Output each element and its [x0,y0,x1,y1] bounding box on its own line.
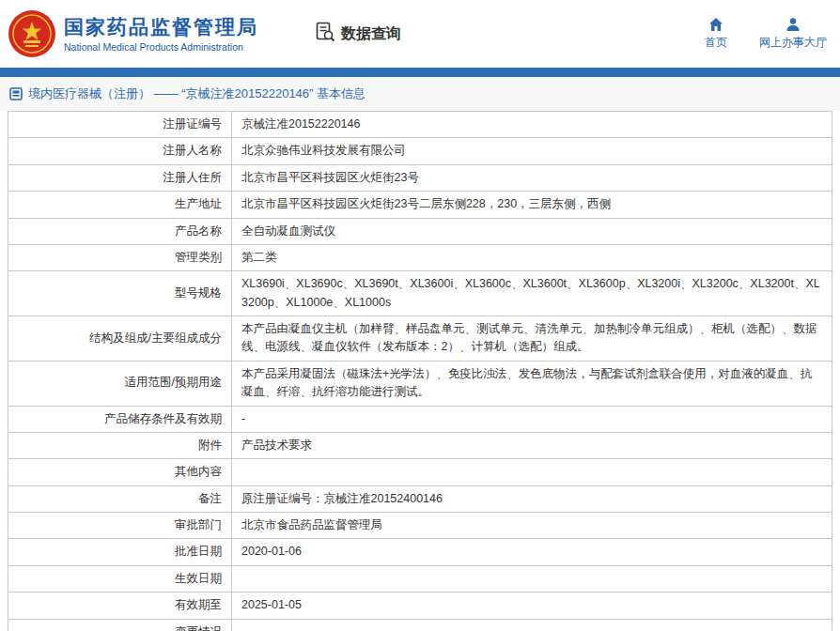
top-nav: 首页 网上办事大厅 [705,17,827,51]
table-row: 注册人住所北京市昌平区科技园区火炬街23号 [8,164,832,191]
row-value: 全自动凝血测试仪 [232,218,832,244]
header-divider-bar [0,68,840,77]
nav-home-label: 首页 [705,35,727,51]
nav-home[interactable]: 首页 [705,17,727,51]
row-value: 京械注准20152220146 [232,112,832,138]
table-row: 产品名称全自动凝血测试仪 [8,218,832,244]
row-label: 有效期至 [8,593,232,619]
row-label: 批准日期 [8,539,232,565]
row-label: 型号规格 [8,271,232,316]
row-label: 管理类别 [8,244,232,270]
row-value [232,619,832,631]
row-label: 生效日期 [8,565,232,592]
row-label: 产品储存条件及有效期 [8,406,232,432]
table-row: 结构及组成/主要组成成分本产品由凝血仪主机（加样臂、样品盘单元、测试单元、清洗单… [8,316,832,362]
row-value: 2025-01-05 [232,593,832,619]
row-label: 结构及组成/主要组成成分 [8,316,232,362]
row-value: 产品技术要求 [232,432,832,458]
row-value: 本产品由凝血仪主机（加样臂、样品盘单元、测试单元、清洗单元、加热制冷单元组成）、… [232,316,832,362]
row-value: 第二类 [232,244,832,270]
section-title: 数据查询 [341,24,401,44]
breadcrumb: 境内医疗器械（注册） —— “京械注准20152220146” 基本信息 [0,77,840,111]
row-label: 注册证编号 [8,112,232,138]
info-table: 注册证编号京械注准20152220146注册人名称北京众驰伟业科技发展有限公司注… [8,111,832,631]
row-label: 审批部门 [8,513,232,539]
person-icon [786,17,801,32]
row-value: 原注册证编号：京械注准20152400146 [232,485,832,512]
table-row: 管理类别第二类 [8,244,832,270]
table-row: 适用范围/预期用途本产品采用凝固法（磁珠法+光学法）、免疫比浊法、发色底物法，与… [8,361,832,406]
row-value: 2020-01-06 [232,539,832,565]
data-query-icon [315,22,335,46]
row-label: 变更情况 [8,619,232,631]
breadcrumb-icon [9,87,23,100]
row-label: 生产地址 [8,192,232,218]
section-title-area: 数据查询 [315,22,401,46]
logo-area: 国家药品监督管理局 National Medical Products Admi… [8,9,258,58]
row-label: 注册人住所 [8,164,232,191]
site-header: 国家药品监督管理局 National Medical Products Admi… [0,0,840,68]
table-row: 批准日期2020-01-06 [8,539,832,565]
row-label: 附件 [8,432,232,458]
table-row: 注册人名称北京众驰伟业科技发展有限公司 [8,138,832,164]
nmpa-logo [8,9,56,58]
row-value: 北京众驰伟业科技发展有限公司 [232,138,832,164]
table-row: 型号规格XL3690i、XL3690c、XL3690t、XL3600i、XL36… [8,271,832,316]
table-row: 生效日期 [8,565,832,592]
row-value: 北京市食品药品监督管理局 [232,513,832,539]
org-name-cn: 国家药品监督管理局 [64,15,258,39]
org-name-en: National Medical Products Administration [64,41,258,53]
table-row: 其他内容 [8,459,832,485]
row-label: 注册人名称 [8,138,232,164]
org-names: 国家药品监督管理局 National Medical Products Admi… [64,15,258,53]
nav-service-hall-label: 网上办事大厅 [759,35,827,51]
table-row: 生产地址北京市昌平区科技园区火炬街23号二层东侧228，230，三层东侧，西侧 [8,192,832,218]
table-row: 产品储存条件及有效期- [8,406,832,432]
row-label: 适用范围/预期用途 [8,361,232,406]
row-value: 北京市昌平区科技园区火炬街23号 [232,164,832,191]
page: 国家药品监督管理局 National Medical Products Admi… [0,0,840,631]
row-value [232,565,832,592]
row-value: 北京市昌平区科技园区火炬街23号二层东侧228，230，三层东侧，西侧 [232,192,832,218]
table-row: 备注原注册证编号：京械注准20152400146 [8,485,832,512]
table-row: 附件产品技术要求 [8,432,832,458]
table-row: 变更情况 [8,619,832,631]
table-row: 审批部门北京市食品药品监督管理局 [8,513,832,539]
row-value: - [232,406,832,432]
table-row: 有效期至2025-01-05 [8,593,832,619]
home-icon [708,17,723,32]
row-label: 备注 [8,485,232,512]
table-row: 注册证编号京械注准20152220146 [8,112,832,138]
breadcrumb-text: 境内医疗器械（注册） —— “京械注准20152220146” 基本信息 [28,85,366,102]
table-wrap: 注册证编号京械注准20152220146注册人名称北京众驰伟业科技发展有限公司注… [0,111,840,631]
row-value: 本产品采用凝固法（磁珠法+光学法）、免疫比浊法、发色底物法，与配套试剂盒联合使用… [232,361,832,406]
row-label: 产品名称 [8,218,232,244]
nav-service-hall[interactable]: 网上办事大厅 [759,17,827,51]
row-value: XL3690i、XL3690c、XL3690t、XL3600i、XL3600c、… [232,271,832,316]
row-label: 其他内容 [8,459,232,485]
row-value [232,459,832,485]
